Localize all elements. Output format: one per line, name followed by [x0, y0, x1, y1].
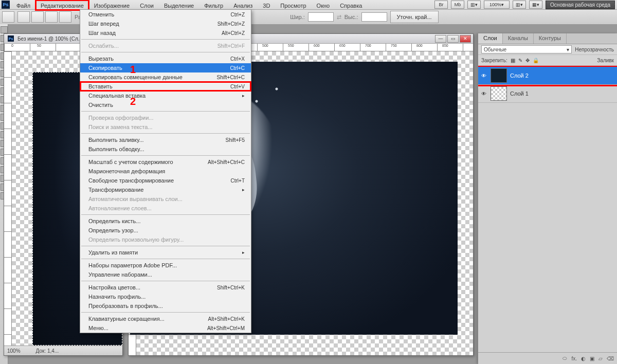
menu-file[interactable]: Файл — [11, 0, 35, 10]
lock-all-icon[interactable]: 🔒 — [533, 58, 539, 63]
trash-icon[interactable]: ⌫ — [607, 356, 614, 361]
menu-item-очистить[interactable]: Очистить — [80, 100, 251, 110]
menu-item-отменить[interactable]: ОтменитьCtrl+Z — [80, 10, 251, 19]
width-field[interactable] — [308, 12, 334, 22]
visibility-icon[interactable] — [480, 90, 487, 97]
doc1-ruler-v — [4, 51, 12, 345]
menu-item-трансформирование[interactable]: Трансформирование — [80, 185, 251, 194]
annotation-2: 2 — [130, 96, 136, 107]
mask-icon[interactable]: ◐ — [581, 356, 586, 361]
sel-new-button[interactable] — [17, 11, 30, 23]
layer-row[interactable]: Слой 2 — [478, 67, 617, 85]
menu-item-скопировать[interactable]: СкопироватьCtrl+C — [80, 63, 251, 72]
sel-int-button[interactable] — [59, 11, 71, 23]
menu-item-поиск-и-замена-текста-: Поиск и замена текста... — [80, 122, 251, 132]
menu-item-шаг-назад[interactable]: Шаг назадAlt+Ctrl+Z — [80, 28, 251, 38]
menu-item-определить-произвольную-фигуру-: Определить произвольную фигуру... — [80, 235, 251, 244]
tab-channels[interactable]: Каналы — [503, 33, 534, 44]
height-label: Выс.: — [344, 14, 358, 20]
menu-item-наборы-параметров-adobe-pdf-[interactable]: Наборы параметров Adobe PDF... — [80, 261, 251, 270]
menu-item-шаг-вперед[interactable]: Шаг впередShift+Ctrl+Z — [80, 19, 251, 28]
fill-label: Заливк — [597, 58, 614, 63]
menu-item-масштаб-с-учетом-содержимого[interactable]: Масштаб с учетом содержимогоAlt+Shift+Ct… — [80, 157, 251, 167]
menu-item-ослабить-: Ослабить...Shift+Ctrl+F — [80, 41, 251, 50]
menu-item-назначить-профиль-[interactable]: Назначить профиль... — [80, 292, 251, 301]
menubar-row: Ps Файл Редактирование Изображение Слои … — [0, 0, 617, 10]
menu-item-управление-наборами-[interactable]: Управление наборами... — [80, 270, 251, 279]
menu-help[interactable]: Справка — [335, 0, 367, 10]
menu-item-настройка-цветов-[interactable]: Настройка цветов...Shift+Ctrl+K — [80, 283, 251, 292]
maximize-button[interactable]: ▭ — [447, 35, 459, 43]
app-logo-icon: Ps — [2, 1, 10, 9]
menu-item-вставить[interactable]: ВставитьCtrl+V — [80, 82, 251, 91]
menu-view[interactable]: Просмотр — [275, 0, 311, 10]
menu-item-марионеточная-деформация[interactable]: Марионеточная деформация — [80, 167, 251, 176]
minimize-button[interactable]: — — [435, 35, 446, 43]
layer-row[interactable]: Слой 1 — [478, 85, 617, 103]
arrange-button[interactable]: ▥▾ — [513, 1, 526, 9]
refine-edge-button[interactable]: Уточн. край... — [390, 11, 439, 23]
right-toolbar: Br Mb ▥▾ 100% ▾ ▥▾ ▦▾ Основная рабочая с… — [434, 0, 617, 9]
menu-filter[interactable]: Фильтр — [199, 0, 228, 10]
bridge-button[interactable]: Br — [434, 1, 448, 9]
menu-edit[interactable]: Редактирование — [35, 0, 89, 10]
layer-thumbnail[interactable] — [491, 86, 507, 101]
menu-item-скопировать-совмещенные-данные[interactable]: Скопировать совмещенные данныеShift+Ctrl… — [80, 72, 251, 82]
extras-button[interactable]: ▦▾ — [529, 1, 542, 9]
adjustment-icon[interactable]: ▣ — [590, 356, 594, 361]
height-field[interactable] — [361, 12, 387, 22]
menu-item-специальная-вставка[interactable]: Специальная вставка — [80, 91, 251, 100]
menu-item-удалить-из-памяти[interactable]: Удалить из памяти — [80, 248, 251, 257]
menu-select[interactable]: Выделение — [159, 0, 199, 10]
ps-icon: Ps — [8, 35, 14, 42]
minibridge-button[interactable]: Mb — [451, 1, 464, 9]
zoom-level[interactable]: 100% ▾ — [484, 1, 510, 9]
tool-preset-button[interactable] — [2, 11, 14, 23]
fx-icon[interactable]: fx. — [571, 356, 577, 361]
doc1-title: Без имени-1 @ 100% (Сл... — [17, 36, 82, 42]
menu-item-проверка-орфографии-: Проверка орфографии... — [80, 113, 251, 122]
screenmode-button[interactable]: ▥▾ — [467, 1, 481, 9]
workspace-button[interactable]: Основная рабочая среда — [546, 1, 615, 9]
lock-brush-icon[interactable]: ✎ — [518, 58, 522, 63]
tab-layers[interactable]: Слои — [478, 33, 503, 44]
annotation-1: 1 — [130, 64, 136, 76]
menu-image[interactable]: Изображение — [89, 0, 135, 10]
sel-add-button[interactable] — [31, 11, 44, 23]
menu-layers[interactable]: Слои — [135, 0, 159, 10]
menu-item-клавиатурные-сокращения-[interactable]: Клавиатурные сокращения...Alt+Shift+Ctrl… — [80, 314, 251, 323]
tool-icon[interactable] — [1, 26, 8, 33]
selection-mode-group — [17, 11, 71, 23]
new-layer-icon[interactable]: ▱ — [598, 356, 603, 361]
chevron-icon[interactable]: ≫ — [610, 2, 615, 7]
visibility-icon[interactable] — [480, 72, 487, 79]
doc1-zoom[interactable]: 100% — [7, 348, 21, 354]
menu-window[interactable]: Окно — [312, 0, 335, 10]
panel-tabs: Слои Каналы Контуры — [478, 33, 617, 44]
blend-mode-select[interactable]: Обычные▾ — [481, 45, 572, 53]
close-button[interactable]: ✕ — [460, 35, 471, 43]
width-label: Шир.: — [290, 14, 304, 20]
menu-item-определить-узор-[interactable]: Определить узор... — [80, 226, 251, 235]
lock-transparent-icon[interactable]: ▦ — [511, 58, 515, 63]
layers-panel-footer: ⬭ fx. ◐ ▣ ▱ ⌫ — [478, 352, 617, 364]
lock-move-icon[interactable]: ✥ — [525, 58, 530, 63]
menu-item-свободное-трансформирование[interactable]: Свободное трансформированиеCtrl+T — [80, 176, 251, 185]
layer-name[interactable]: Слой 2 — [510, 72, 529, 79]
link-icon[interactable]: ⬭ — [562, 355, 567, 361]
opacity-label: Непрозрачность — [575, 47, 614, 52]
sel-sub-button[interactable] — [45, 11, 58, 23]
layer-thumbnail[interactable] — [491, 68, 507, 83]
tab-paths[interactable]: Контуры — [534, 33, 567, 44]
menu-item-определить-кисть-[interactable]: Определить кисть... — [80, 216, 251, 226]
menu-3d[interactable]: 3D — [258, 0, 275, 10]
menu-item-автоналожение-слоев-: Автоналожение слоев... — [80, 204, 251, 213]
layer-name[interactable]: Слой 1 — [510, 90, 529, 97]
menu-item-преобразовать-в-профиль-[interactable]: Преобразовать в профиль... — [80, 301, 251, 311]
menu-item-меню-[interactable]: Меню...Alt+Shift+Ctrl+M — [80, 323, 251, 333]
menu-item-выполнить-обводку-[interactable]: Выполнить обводку... — [80, 144, 251, 154]
menu-item-вырезать[interactable]: ВырезатьCtrl+X — [80, 54, 251, 63]
menu-item-автоматически-выравнивать-слои-: Автоматически выравнивать слои... — [80, 194, 251, 204]
menu-item-выполнить-заливку-[interactable]: Выполнить заливку...Shift+F5 — [80, 135, 251, 144]
menu-analysis[interactable]: Анализ — [228, 0, 258, 10]
